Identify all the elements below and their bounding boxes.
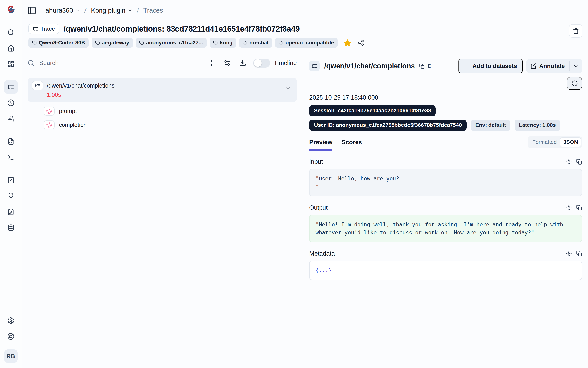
prompts-file-code-icon[interactable] (4, 135, 18, 148)
metadata-content[interactable]: {...} (309, 261, 582, 280)
main-column: ahura360 / Kong plugin / Traces Trace (22, 0, 588, 368)
trace-tree: /qwen/v1/chat/completions 1.00s (28, 78, 297, 129)
bookmark-star-icon[interactable] (343, 39, 351, 47)
output-content: "Hello! I'm doing well, thank you for as… (309, 215, 582, 242)
copy-icon[interactable] (576, 205, 582, 211)
tree-item-completion[interactable]: completion (28, 120, 297, 129)
dashboard-icon[interactable] (4, 57, 18, 71)
trace-node-icon (32, 81, 43, 90)
format-formatted-option[interactable]: Formatted (529, 137, 560, 147)
detail-title-row: /qwen/v1/chat/completions ID Add to data… (309, 59, 582, 73)
sessions-clock-icon[interactable] (4, 96, 18, 110)
session-row: Session: c42fca19b75e13aac2b2106610f81e3… (309, 105, 582, 116)
copy-id-icon[interactable] (419, 64, 425, 69)
settings-gear-icon[interactable] (4, 314, 18, 327)
collapse-icon[interactable] (566, 205, 572, 211)
format-json-option[interactable]: JSON (560, 137, 581, 147)
tag[interactable]: openai_compatible (275, 38, 338, 48)
playground-terminal-icon[interactable] (4, 151, 18, 164)
add-to-datasets-label: Add to datasets (473, 63, 517, 69)
trash-icon (573, 28, 579, 34)
copy-icon[interactable] (576, 159, 582, 165)
share-icon[interactable] (358, 39, 364, 46)
tag[interactable]: ai-gateway (92, 38, 133, 48)
id-label: ID (426, 63, 432, 69)
chevron-down-icon (127, 8, 133, 13)
session-badge[interactable]: Session: c42fca19b75e13aac2b2106610f81e3… (309, 105, 436, 116)
breadcrumb-org[interactable]: ahura360 (46, 7, 80, 14)
annotate-split-button: Annotate (526, 59, 582, 73)
annotate-button[interactable]: Annotate (526, 59, 569, 73)
tag-icon (32, 40, 37, 45)
list-tree-icon (33, 26, 38, 32)
app-logo[interactable] (5, 4, 17, 16)
trace-chip-label: Trace (40, 26, 55, 32)
tag-icon (243, 40, 247, 45)
users-icon[interactable] (4, 112, 18, 125)
tag-icon (139, 40, 144, 45)
tags-row: Qwen3-Coder:30B ai-gateway anonymous_c1f… (28, 38, 582, 48)
comment-row (309, 77, 582, 90)
search-input[interactable] (39, 59, 200, 67)
collapse-all-icon[interactable] (208, 59, 215, 67)
home-icon[interactable] (4, 42, 18, 55)
topbar: ahura360 / Kong plugin / Traces (22, 0, 588, 21)
tag-icon (213, 40, 218, 45)
tag-label: anonymous_c1fca27... (146, 40, 203, 46)
tag[interactable]: kong (209, 38, 236, 48)
tag[interactable]: no-chat (239, 38, 272, 48)
tree-search-row: Timeline (28, 56, 297, 70)
input-section-header: Input (309, 158, 582, 166)
annotate-label: Annotate (539, 63, 565, 69)
breadcrumb-separator: / (84, 6, 87, 15)
input-heading: Input (309, 158, 323, 166)
tab-scores[interactable]: Scores (341, 139, 362, 151)
insights-lightbulb-icon[interactable] (4, 189, 18, 203)
user-id-badge[interactable]: User ID: anonymous_c1fca2795bbedc5f36678… (309, 120, 466, 131)
env-badge: Env: default (471, 120, 510, 131)
view-settings-icon[interactable] (224, 59, 231, 67)
breadcrumb-project-label: Kong plugin (91, 7, 125, 14)
copy-icon[interactable] (576, 251, 582, 257)
tree-root-label: /qwen/v1/chat/completions (47, 83, 114, 89)
trace-type-chip[interactable]: Trace (28, 24, 59, 34)
pen-square-icon (531, 63, 537, 69)
tracing-icon[interactable] (4, 80, 18, 94)
trace-header: Trace /qwen/v1/chat/completions: 83cd782… (22, 21, 588, 52)
annotation-clipboard-icon[interactable] (4, 205, 18, 219)
sidebar-nav (4, 25, 18, 236)
breadcrumb-org-label: ahura360 (46, 7, 73, 14)
output-heading: Output (309, 204, 328, 211)
breadcrumb: ahura360 / Kong plugin / Traces (46, 6, 163, 15)
tree-item-prompt[interactable]: prompt (28, 107, 297, 116)
comment-button[interactable] (567, 77, 582, 90)
tag-label: Qwen3-Coder:30B (39, 40, 85, 46)
search-icon[interactable] (4, 26, 18, 39)
user-avatar[interactable]: RB (4, 350, 18, 363)
breadcrumb-traces[interactable]: Traces (143, 7, 163, 14)
tag[interactable]: Qwen3-Coder:30B (28, 38, 89, 48)
tree-root-row[interactable]: /qwen/v1/chat/completions 1.00s (28, 78, 297, 102)
event-fan-icon (44, 120, 55, 129)
add-to-datasets-button[interactable]: Add to datasets (458, 59, 522, 73)
datasets-database-icon[interactable] (4, 221, 18, 234)
format-toggle: Formatted JSON (528, 136, 582, 148)
chevron-down-icon[interactable] (285, 85, 292, 91)
collapse-icon[interactable] (566, 159, 572, 165)
tree-root-duration: 1.00s (47, 92, 293, 98)
download-icon[interactable] (239, 59, 246, 67)
app-root: RB ahura360 / Kong plugin / Tra (0, 0, 588, 368)
evals-percent-icon[interactable] (4, 174, 18, 187)
support-lifebuoy-icon[interactable] (4, 330, 18, 343)
message-bubble-icon (571, 80, 578, 87)
breadcrumb-project[interactable]: Kong plugin (91, 7, 133, 14)
annotate-caret-icon[interactable] (569, 59, 582, 73)
tab-preview[interactable]: Preview (309, 139, 332, 151)
tag-icon (279, 40, 284, 45)
collapse-icon[interactable] (566, 251, 572, 257)
detail-tabs: Preview Scores Formatted JSON (309, 136, 582, 150)
tag[interactable]: anonymous_c1fca27... (136, 38, 207, 48)
panel-left-toggle-icon[interactable] (27, 6, 36, 15)
delete-trace-button[interactable] (569, 24, 582, 37)
timeline-toggle[interactable] (253, 58, 270, 68)
